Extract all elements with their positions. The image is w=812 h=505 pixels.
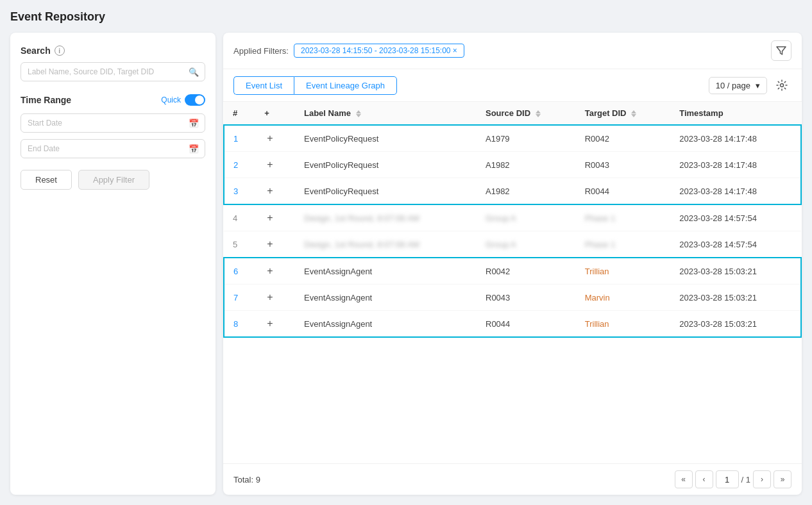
row-number: 3 [224, 178, 255, 205]
search-section-title: Search i [21, 46, 205, 56]
row-source: Group A [477, 231, 576, 258]
col-expand: + [255, 102, 295, 125]
row-number: 1 [224, 125, 255, 152]
row-source: A1979 [477, 125, 576, 152]
sidebar: Search i 🔍 Time Range Quick 📅 📅 [10, 33, 216, 495]
search-info-icon[interactable]: i [55, 46, 65, 56]
filter-icon-button[interactable] [771, 40, 791, 61]
target-sort-icon[interactable] [631, 110, 636, 117]
row-label: EventPolicyRequest [295, 178, 477, 205]
col-target-did: Target DID [576, 102, 671, 125]
settings-icon-button[interactable] [772, 76, 791, 95]
table-wrapper[interactable]: # + Label Name Source DID [223, 102, 802, 456]
time-range-label: Time Range [21, 95, 71, 105]
label-sort-icon[interactable] [356, 110, 361, 117]
panel-footer: Total: 9 « ‹ / 1 › » [223, 463, 802, 495]
page-number-input[interactable] [716, 470, 739, 488]
row-number: 2 [224, 152, 255, 178]
right-controls: 10 / page ▾ [709, 76, 791, 95]
row-source: Group A [477, 204, 576, 231]
apply-filter-button[interactable]: Apply Filter [78, 170, 149, 190]
page-size-value: 10 / page [716, 81, 750, 90]
row-target: R0042 [576, 125, 671, 152]
tab-event-list[interactable]: Event List [233, 76, 294, 95]
table-row[interactable]: 3+EventPolicyRequestA1982R00442023-03-28… [224, 178, 801, 205]
row-target: Marvin [576, 285, 671, 311]
row-target: Phase 1 [576, 204, 671, 231]
sidebar-actions: Reset Apply Filter [21, 170, 205, 190]
prev-page-button[interactable]: ‹ [695, 470, 713, 488]
first-page-button[interactable]: « [675, 470, 693, 488]
row-timestamp: 2023-03-28 14:57:54 [670, 204, 801, 231]
col-timestamp: Timestamp [670, 102, 801, 125]
table-header-row: # + Label Name Source DID [224, 102, 801, 125]
table-row[interactable]: 7+EventAssignAgentR0043Marvin2023-03-28 … [224, 285, 801, 311]
row-number: 7 [224, 285, 255, 311]
gear-icon [776, 79, 788, 91]
page-size-select[interactable]: 10 / page ▾ [709, 77, 767, 94]
row-label: Design, 1st Round, 8:07:08 AM [295, 231, 477, 258]
row-expand[interactable]: + [255, 204, 295, 231]
row-expand[interactable]: + [255, 152, 295, 178]
row-expand[interactable]: + [255, 178, 295, 205]
start-date-input[interactable] [21, 113, 205, 133]
page-size-chevron: ▾ [756, 81, 760, 90]
total-label: Total: 9 [233, 475, 260, 484]
quick-toggle-switch[interactable] [185, 94, 205, 106]
col-source-did: Source DID [477, 102, 576, 125]
search-icon: 🔍 [189, 67, 199, 77]
right-panel: Applied Filters: 2023-03-28 14:15:50 - 2… [223, 33, 802, 495]
row-source: R0043 [477, 285, 576, 311]
table-row[interactable]: 1+EventPolicyRequestA1979R00422023-03-28… [224, 125, 801, 152]
search-label: Search [21, 46, 51, 56]
svg-point-0 [781, 84, 784, 87]
row-label: Design, 1st Round, 8:07:08 AM [295, 204, 477, 231]
end-date-input[interactable] [21, 139, 205, 158]
row-target: Trillian [576, 258, 671, 285]
row-target: Trillian [576, 311, 671, 338]
time-range-header: Time Range Quick [21, 94, 205, 106]
row-source: A1982 [477, 152, 576, 178]
applied-filters: Applied Filters: 2023-03-28 14:15:50 - 2… [233, 44, 464, 58]
source-sort-icon[interactable] [536, 110, 541, 117]
filter-tag[interactable]: 2023-03-28 14:15:50 - 2023-03-28 15:15:0… [294, 44, 464, 58]
row-timestamp: 2023-03-28 14:57:54 [670, 231, 801, 258]
quick-toggle[interactable]: Quick [161, 94, 205, 106]
row-number: 4 [224, 204, 255, 231]
events-table: # + Label Name Source DID [223, 102, 802, 338]
table-row[interactable]: 8+EventAssignAgentR0044Trillian2023-03-2… [224, 311, 801, 338]
next-page-button[interactable]: › [753, 470, 771, 488]
horizontal-scrollbar[interactable] [223, 456, 802, 463]
reset-button[interactable]: Reset [21, 170, 72, 190]
table-row[interactable]: 2+EventPolicyRequestA1982R00432023-03-28… [224, 152, 801, 178]
row-source: R0044 [477, 311, 576, 338]
row-target: Phase 1 [576, 231, 671, 258]
row-expand[interactable]: + [255, 311, 295, 338]
row-target: R0043 [576, 152, 671, 178]
last-page-button[interactable]: » [774, 470, 791, 488]
row-timestamp: 2023-03-28 15:03:21 [670, 285, 801, 311]
row-expand[interactable]: + [255, 125, 295, 152]
search-input[interactable] [21, 62, 205, 81]
table-row[interactable]: 5+Design, 1st Round, 8:07:08 AMGroup APh… [224, 231, 801, 258]
row-timestamp: 2023-03-28 15:03:21 [670, 258, 801, 285]
page-title: Event Repository [10, 10, 802, 24]
row-source: A1982 [477, 178, 576, 205]
page-separator: / 1 [741, 475, 750, 484]
row-source: R0042 [477, 258, 576, 285]
quick-label: Quick [161, 95, 181, 104]
row-expand[interactable]: + [255, 285, 295, 311]
pagination: « ‹ / 1 › » [675, 470, 791, 488]
row-label: EventAssignAgent [295, 258, 477, 285]
row-label: EventAssignAgent [295, 285, 477, 311]
row-label: EventPolicyRequest [295, 152, 477, 178]
end-date-wrapper: 📅 [21, 139, 205, 158]
end-date-calendar-icon: 📅 [189, 144, 199, 154]
tab-event-lineage[interactable]: Event Lineage Graph [294, 76, 397, 95]
row-expand[interactable]: + [255, 231, 295, 258]
table-row[interactable]: 4+Design, 1st Round, 8:07:08 AMGroup APh… [224, 204, 801, 231]
start-date-wrapper: 📅 [21, 113, 205, 133]
row-expand[interactable]: + [255, 258, 295, 285]
table-row[interactable]: 6+EventAssignAgentR0042Trillian2023-03-2… [224, 258, 801, 285]
row-number: 5 [224, 231, 255, 258]
